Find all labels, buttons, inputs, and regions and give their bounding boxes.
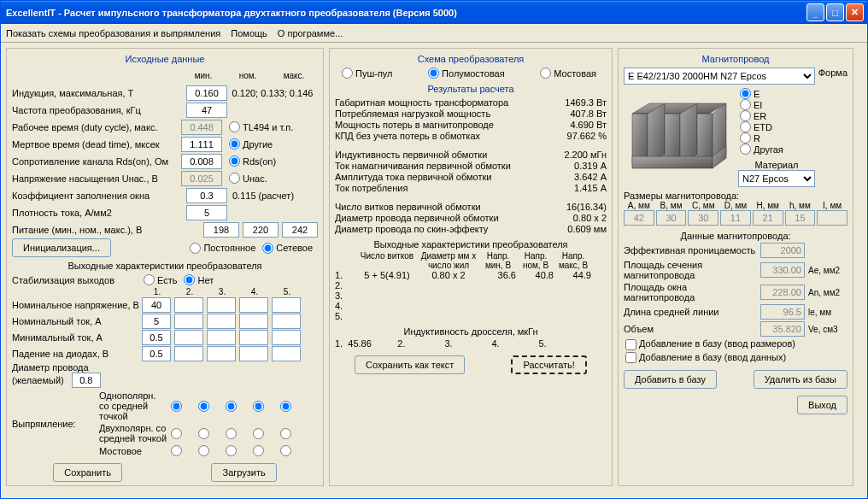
maximize-button[interactable]: □ [826,3,844,21]
calculate-button[interactable]: Рассчитать! [511,355,586,374]
shape-other[interactable]: Другая [738,144,810,155]
input-density[interactable] [186,205,227,220]
in-im3[interactable] [207,330,236,345]
in-im5[interactable] [272,330,301,345]
in-v3[interactable] [207,297,236,313]
shape-etd[interactable]: ETD [738,121,810,132]
r2c5[interactable] [279,428,299,439]
in-i3[interactable] [207,314,236,329]
inductor-values: 1. 45.86 2. 3. 4. 5. [335,338,607,349]
radio-fullbridge[interactable]: Мостовая [538,68,596,79]
radio-tl494[interactable]: TL494 и т.п. [227,121,313,132]
input-rds[interactable] [181,154,222,169]
input-dead[interactable] [181,137,222,152]
in-v1[interactable] [142,297,171,313]
scheme-title: Схема преобразователя [335,54,607,64]
chk-add-size[interactable]: Добавление в базу (ввод размеров) [624,338,795,349]
input-vmax[interactable] [282,222,318,238]
input-wire[interactable] [72,373,101,388]
r3c5[interactable] [279,445,299,456]
ml-ae: Площадь сечения магнитопровода [624,260,760,280]
radio-pushpull[interactable]: Пуш-пул [340,68,393,79]
r3c3[interactable] [224,445,244,456]
in-d5[interactable] [272,346,301,361]
r3c4[interactable] [251,445,272,456]
in-im2[interactable] [174,330,203,345]
dim-i [817,210,847,226]
save-button[interactable]: Сохранить [53,463,122,482]
in-i1[interactable] [142,314,171,329]
svg-marker-0 [632,103,726,114]
in-v5[interactable] [272,297,301,313]
in-i2[interactable] [174,314,203,329]
radio-stab-no[interactable]: Нет [182,274,214,285]
material-select[interactable]: N27 Epcos [738,170,815,187]
r3c2[interactable] [196,445,217,456]
in-d4[interactable] [239,346,268,361]
lbl-usat: Напряжение насыщения Uнас., В [12,173,181,184]
dim-H [753,210,783,226]
r2c1[interactable] [169,428,190,439]
r1c5[interactable] [279,401,299,412]
input-vmin[interactable] [203,222,239,238]
in-im4[interactable] [239,330,268,345]
shape-r[interactable]: R [738,132,810,144]
head-max: макс. [284,71,305,80]
sh-turns: Число витков [357,251,417,270]
load-button[interactable]: Загрузить [211,463,276,482]
dim-c [688,210,718,226]
col-3: 3. [207,287,238,296]
sh-vmin: Напр. мин, В [480,251,516,270]
rl-imag: Ток намагничивания первичной обмотки [335,161,547,171]
in-d1[interactable] [142,346,171,361]
radio-rdson[interactable]: Rds(on) [227,156,313,167]
ml-an: Площадь окна магнитопровода [624,282,760,302]
shape-er[interactable]: ER [738,110,810,121]
rv-iamp: 3.642 А [547,172,607,182]
radio-usat[interactable]: Uнас. [227,173,313,184]
r3c1[interactable] [169,445,190,456]
rl-diam: Диаметр провода первичной обмотки [335,213,547,223]
save-text-button[interactable]: Сохранить как текст [355,355,465,374]
rl-power: Габаритная мощность трансформатора [335,97,547,108]
radio-other[interactable]: Другие [227,138,313,150]
r1c1[interactable] [169,401,190,412]
core-select[interactable]: E E42/21/30 2000HM N27 Epcos [624,68,815,85]
radio-halfbridge[interactable]: Полумостовая [426,68,505,79]
r2c3[interactable] [224,428,244,439]
in-v2[interactable] [174,297,203,313]
rl-lprim: Индуктивность первичной обмотки [335,150,547,160]
input-induction[interactable] [186,85,227,101]
core-data-title: Данные магнитопровода: [624,231,847,241]
close-button[interactable]: ✕ [846,3,864,21]
minimize-button[interactable]: _ [806,3,824,21]
radio-dc[interactable]: Постоянное [188,243,255,254]
r1c3[interactable] [224,401,244,412]
chk-add-data[interactable]: Добавление в базу (ввод данных) [624,352,786,362]
delete-from-db-button[interactable]: Удалить из базы [754,370,847,389]
in-v4[interactable] [239,297,268,313]
menu-help[interactable]: Помощь [231,28,267,38]
shape-e[interactable]: E [738,88,810,99]
menu-about[interactable]: О программе... [278,28,343,38]
rl-icons: Ток потребления [335,183,547,193]
exit-button[interactable]: Выход [797,396,847,414]
input-freq[interactable] [186,103,227,118]
in-d2[interactable] [174,346,203,361]
input-fill[interactable] [186,188,227,203]
r1c2[interactable] [196,401,217,412]
in-i4[interactable] [239,314,268,329]
r2c2[interactable] [196,428,217,439]
radio-ac[interactable]: Сетевое [261,243,313,254]
r1c4[interactable] [251,401,272,412]
r2c4[interactable] [251,428,272,439]
in-im1[interactable] [142,330,171,345]
add-to-db-button[interactable]: Добавить в базу [624,370,717,389]
in-i5[interactable] [272,314,301,329]
input-vnom[interactable] [243,222,279,238]
in-d3[interactable] [207,346,236,361]
shape-ei[interactable]: EI [738,99,810,110]
init-button[interactable]: Инициализация... [12,238,111,257]
menu-schemes[interactable]: Показать схемы преобразования и выпрямле… [6,28,220,38]
radio-stab-yes[interactable]: Есть [142,274,177,285]
